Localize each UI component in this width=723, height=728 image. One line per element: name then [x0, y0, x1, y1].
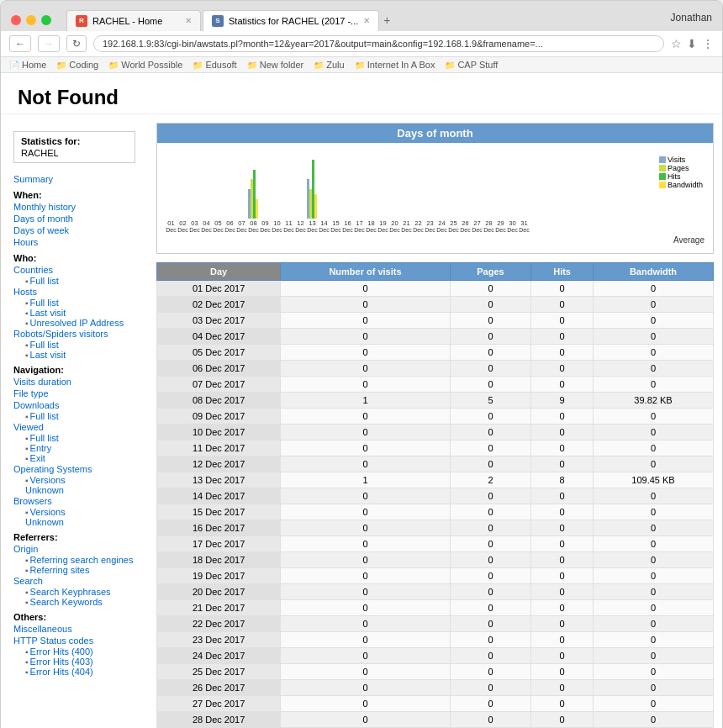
sidebar-link-keyphrases[interactable]: Search Keyphrases: [30, 587, 111, 597]
col-header-day: Day: [157, 262, 281, 280]
bookmark-iab[interactable]: 📁 Internet In A Box: [355, 60, 435, 70]
sidebar-link-visits-duration[interactable]: Visits duration: [13, 376, 135, 388]
bookmark-home[interactable]: 📄 Home: [9, 60, 46, 70]
sidebar-link-summary[interactable]: Summary: [13, 173, 135, 185]
browser-window: R RACHEL - Home ✕ S Statistics for RACHE…: [0, 0, 723, 728]
sidebar-link-hosts-full[interactable]: Full list: [30, 298, 59, 308]
sidebar-link-robots-full[interactable]: Full list: [30, 340, 59, 350]
sidebar-header-nav: Navigation:: [13, 365, 135, 375]
bookmark-cap[interactable]: 📁 CAP Stuff: [445, 60, 498, 70]
table-row: 27 Dec 20170000: [157, 695, 714, 711]
indent-icon-9: ▪: [25, 444, 29, 453]
chart-legend: Visits Pages Hits Bandwidth: [659, 156, 703, 189]
sidebar-header-when: When:: [13, 190, 135, 200]
sidebar-link-hours[interactable]: Hours: [13, 236, 135, 248]
close-button[interactable]: [11, 15, 21, 25]
sidebar-sub-downloads: ▪Full list: [13, 411, 135, 421]
sidebar-link-unresolved-ip[interactable]: Unresolved IP Address: [30, 318, 124, 328]
table-row: 03 Dec 20170000: [157, 312, 714, 328]
sidebar-link-viewed-entry[interactable]: Entry: [30, 443, 52, 453]
sidebar-link-file-type[interactable]: File type: [13, 388, 135, 399]
tab-favicon-rachel: R: [76, 15, 87, 27]
new-tab-button[interactable]: +: [379, 9, 394, 31]
sidebar-link-viewed-exit[interactable]: Exit: [30, 453, 45, 463]
table-row: 08 Dec 201715939.82 KB: [157, 392, 714, 408]
sidebar-link-robots[interactable]: Robots/Spiders visitors: [13, 328, 135, 340]
maximize-button[interactable]: [41, 15, 51, 25]
bookmark-coding[interactable]: 📁 Coding: [56, 60, 98, 70]
bookmark-star-icon[interactable]: ☆: [671, 37, 682, 50]
sidebar-link-os-versions[interactable]: Versions: [30, 475, 66, 485]
bookmark-new-folder[interactable]: 📁 New folder: [247, 60, 304, 70]
sidebar: Statistics for: RACHEL Summary When: Mon…: [1, 123, 148, 728]
sidebar-link-downloads[interactable]: Downloads: [13, 399, 135, 411]
indent-icon-2: ▪: [25, 298, 29, 308]
bookmark-es-icon: 📁: [193, 61, 203, 70]
bookmark-wp-label: World Possible: [121, 60, 182, 70]
bookmark-zulu[interactable]: 📁 Zulu: [314, 60, 344, 70]
sidebar-link-error-404[interactable]: Error Hits (404): [30, 667, 93, 677]
sidebar-link-error-403[interactable]: Error Hits (403): [30, 657, 93, 667]
sidebar-link-http-status[interactable]: HTTP Status codes: [13, 635, 135, 646]
sidebar-link-viewed[interactable]: Viewed: [13, 421, 135, 433]
table-row: 20 Dec 20170000: [157, 583, 714, 599]
sidebar-link-browsers[interactable]: Browsers: [13, 495, 135, 507]
sidebar-link-countries[interactable]: Countries: [13, 264, 135, 276]
table-row: 15 Dec 20170000: [157, 504, 714, 520]
sidebar-link-days-of-month[interactable]: Days of month: [13, 213, 135, 224]
indent-icon-16: ▪: [25, 598, 29, 607]
indent-icon-4: ▪: [25, 319, 29, 328]
sidebar-link-os[interactable]: Operating Systems: [13, 463, 135, 475]
sidebar-link-referring-sites[interactable]: Referring sites: [30, 565, 90, 575]
stats-for-box: Statistics for: RACHEL: [13, 131, 135, 163]
tab-statistics[interactable]: S Statistics for RACHEL (2017 -... ✕: [203, 10, 379, 31]
sidebar-link-monthly-history[interactable]: Monthly history: [13, 201, 135, 213]
sidebar-link-search[interactable]: Search: [13, 575, 135, 587]
bookmark-coding-icon: 📁: [56, 61, 66, 70]
sidebar-link-browsers-unknown[interactable]: Unknown: [25, 517, 135, 527]
sidebar-link-origin[interactable]: Origin: [13, 543, 135, 555]
sidebar-link-error-400[interactable]: Error Hits (400): [30, 646, 93, 657]
indent-icon-5: ▪: [25, 340, 29, 350]
sidebar-link-os-unknown[interactable]: Unknown: [25, 485, 135, 495]
tab-rachel-home[interactable]: R RACHEL - Home ✕: [66, 10, 201, 31]
reload-button[interactable]: ↻: [66, 35, 87, 52]
sidebar-link-countries-full[interactable]: Full list: [30, 276, 59, 286]
table-row: 28 Dec 20170000: [157, 711, 714, 727]
minimize-button[interactable]: [26, 15, 36, 25]
bookmark-world-possible[interactable]: 📁 World Possible: [108, 60, 182, 70]
forward-button[interactable]: →: [38, 35, 60, 52]
tabs-bar: R RACHEL - Home ✕ S Statistics for RACHE…: [66, 10, 379, 31]
col-header-visits: Number of visits: [281, 262, 451, 280]
sidebar-sub-errors: ▪Error Hits (400) ▪Error Hits (403) ▪Err…: [13, 646, 135, 677]
tab-close-rachel[interactable]: ✕: [185, 16, 192, 25]
sidebar-link-search-engines[interactable]: Referring search engines: [30, 555, 134, 565]
bookmark-zulu-label: Zulu: [326, 60, 344, 70]
sidebar-link-browsers-versions[interactable]: Versions: [30, 507, 66, 517]
nav-icons: ☆ ⬇ ⋮: [671, 37, 714, 50]
bookmark-cap-label: CAP Stuff: [457, 60, 498, 70]
sidebar-link-hosts[interactable]: Hosts: [13, 286, 135, 298]
sidebar-link-days-of-week[interactable]: Days of week: [13, 224, 135, 236]
table-row: 04 Dec 20170000: [157, 328, 714, 344]
tab-close-stats[interactable]: ✕: [363, 16, 370, 25]
back-button[interactable]: ←: [9, 35, 31, 52]
indent-icon-11: ▪: [25, 476, 29, 485]
stats-for-value: RACHEL: [21, 148, 128, 158]
sidebar-link-downloads-full[interactable]: Full list: [30, 411, 59, 421]
sidebar-link-hosts-last[interactable]: Last visit: [30, 308, 66, 318]
table-row: 17 Dec 20170000: [157, 535, 714, 551]
sidebar-sub-countries: ▪Full list: [13, 276, 135, 286]
table-row: 25 Dec 20170000: [157, 663, 714, 679]
sidebar-link-keywords[interactable]: Search Keywords: [30, 597, 103, 607]
sidebar-link-viewed-full[interactable]: Full list: [30, 433, 59, 443]
bookmark-edusoft[interactable]: 📁 Edusoft: [193, 60, 236, 70]
chart-section: Days of month Visits Pages Hits Bandwidt…: [156, 123, 714, 254]
menu-icon[interactable]: ⋮: [702, 37, 714, 50]
sidebar-header-others: Others:: [13, 612, 135, 622]
download-icon[interactable]: ⬇: [687, 37, 697, 50]
sidebar-link-robots-last[interactable]: Last visit: [30, 350, 66, 360]
sidebar-link-misc[interactable]: Miscellaneous: [13, 623, 135, 635]
url-input[interactable]: [93, 35, 664, 52]
indent-icon-7: ▪: [25, 412, 29, 421]
